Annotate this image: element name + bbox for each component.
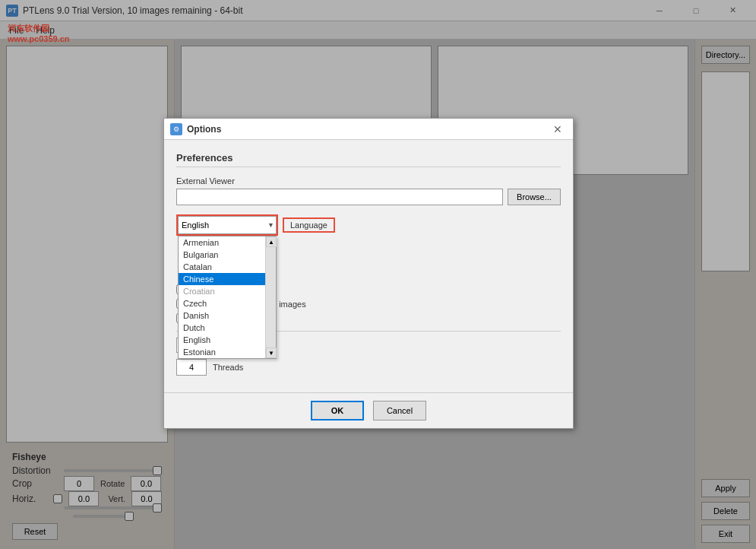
language-option-chinese[interactable]: Chinese bbox=[179, 273, 276, 285]
external-viewer-row: Browse... bbox=[176, 189, 561, 205]
scroll-track bbox=[266, 247, 276, 347]
language-current-value: English bbox=[180, 221, 267, 230]
threads-row: Threads bbox=[176, 359, 561, 376]
dropdown-scrollbar: ▲ ▼ bbox=[265, 236, 276, 358]
language-label-text: Language bbox=[290, 221, 327, 230]
scroll-up-arrow[interactable]: ▲ bbox=[266, 236, 277, 247]
language-option-dutch[interactable]: Dutch bbox=[179, 322, 276, 334]
modal-title: Options bbox=[187, 124, 549, 135]
language-option-croatian[interactable]: Croatian bbox=[179, 285, 276, 297]
threads-input[interactable] bbox=[176, 359, 207, 376]
modal-close-button[interactable]: ✕ bbox=[549, 121, 567, 138]
language-option-catalan[interactable]: Catalan bbox=[179, 261, 276, 273]
language-option-english[interactable]: English bbox=[179, 334, 276, 346]
external-viewer-label: External Viewer bbox=[176, 176, 561, 186]
language-select-wrapper: English ▼ Armenian Bulgarian Catalan Chi… bbox=[176, 214, 278, 236]
language-option-danish[interactable]: Danish bbox=[179, 309, 276, 322]
modal-title-bar: ⚙ Options ✕ bbox=[164, 119, 573, 140]
language-option-czech[interactable]: Czech bbox=[179, 297, 276, 309]
language-option-armenian[interactable]: Armenian bbox=[179, 236, 276, 249]
language-select-display[interactable]: English ▼ bbox=[178, 216, 277, 234]
modal-icon: ⚙ bbox=[170, 123, 182, 135]
ok-button[interactable]: OK bbox=[311, 401, 364, 420]
language-row: English ▼ Armenian Bulgarian Catalan Chi… bbox=[176, 214, 561, 236]
preferences-title: Preferences bbox=[176, 152, 561, 167]
options-modal: ⚙ Options ✕ Preferences External Viewer … bbox=[163, 118, 574, 429]
modal-overlay: ⚙ Options ✕ Preferences External Viewer … bbox=[0, 0, 756, 549]
language-option-bulgarian[interactable]: Bulgarian bbox=[179, 249, 276, 261]
cancel-button[interactable]: Cancel bbox=[373, 401, 426, 420]
external-viewer-input[interactable] bbox=[176, 189, 503, 205]
language-options-list: Armenian Bulgarian Catalan Chinese Croat… bbox=[179, 236, 276, 358]
threads-label: Threads bbox=[213, 363, 243, 372]
modal-body: Preferences External Viewer Browse... En… bbox=[164, 140, 573, 392]
language-dropdown-arrow: ▼ bbox=[267, 221, 274, 229]
watermark: 河东软件园 www.pc0359.cn bbox=[8, 23, 70, 43]
scroll-down-arrow[interactable]: ▼ bbox=[266, 347, 277, 358]
language-dropdown-list[interactable]: Armenian Bulgarian Catalan Chinese Croat… bbox=[178, 236, 277, 359]
browse-button[interactable]: Browse... bbox=[508, 189, 561, 205]
language-label-box: Language bbox=[283, 217, 335, 233]
modal-footer: OK Cancel bbox=[164, 392, 573, 428]
language-option-estonian[interactable]: Estonian bbox=[179, 346, 276, 358]
